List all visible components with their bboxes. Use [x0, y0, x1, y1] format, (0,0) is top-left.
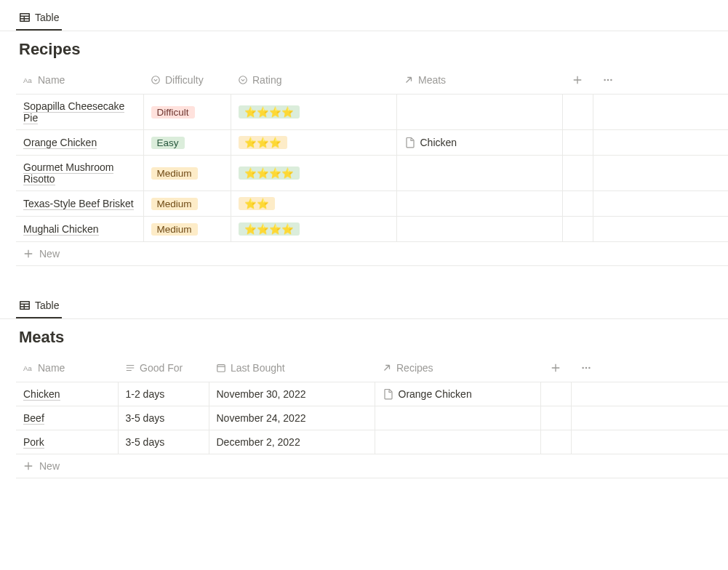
- svg-point-8: [582, 367, 583, 369]
- col-last-bought[interactable]: Last Bought: [209, 354, 375, 382]
- good-for-value[interactable]: 3-5 days: [126, 412, 165, 424]
- table-row[interactable]: Chicken 1-2 days November 30, 2022 Orang…: [16, 382, 728, 406]
- select-icon: [151, 75, 161, 85]
- table-row[interactable]: Mughali Chicken Medium ⭐⭐⭐⭐: [16, 217, 728, 242]
- table-icon: [19, 300, 31, 311]
- table-row[interactable]: Beef 3-5 days November 24, 2022: [16, 406, 728, 430]
- view-tab-table[interactable]: Table: [16, 7, 62, 31]
- table-icon: [19, 12, 31, 23]
- good-for-value[interactable]: 1-2 days: [126, 388, 165, 400]
- difficulty-tag[interactable]: Difficult: [151, 106, 195, 119]
- table-row[interactable]: Sopapilla Cheesecake Pie Difficult ⭐⭐⭐⭐: [16, 95, 728, 130]
- meat-name[interactable]: Beef: [23, 412, 44, 425]
- page-icon: [383, 388, 394, 400]
- recipes-cell[interactable]: Orange Chicken: [375, 382, 540, 406]
- meats-cell[interactable]: [396, 156, 562, 191]
- more-icon[interactable]: [578, 360, 594, 376]
- rating-tag[interactable]: ⭐⭐: [239, 197, 275, 210]
- table-row[interactable]: Pork 3-5 days December 2, 2022: [16, 430, 728, 454]
- meats-cell[interactable]: [396, 217, 562, 242]
- date-icon: [216, 363, 226, 373]
- recipe-name[interactable]: Mughali Chicken: [23, 223, 99, 236]
- relation-icon: [404, 75, 414, 85]
- table-row[interactable]: Gourmet Mushroom Risotto Medium ⭐⭐⭐⭐: [16, 156, 728, 191]
- svg-text:Aa: Aa: [23, 364, 32, 372]
- last-bought-value[interactable]: December 2, 2022: [217, 436, 300, 448]
- svg-point-2: [239, 76, 247, 84]
- new-row-meats[interactable]: New: [16, 454, 728, 478]
- table-row[interactable]: Orange Chicken Easy ⭐⭐⭐ Chicken: [16, 130, 728, 156]
- rating-tag[interactable]: ⭐⭐⭐: [239, 136, 287, 149]
- difficulty-tag[interactable]: Medium: [151, 167, 198, 180]
- svg-point-9: [585, 367, 587, 369]
- recipes-cell[interactable]: [375, 430, 540, 454]
- page-icon: [404, 137, 416, 148]
- plus-icon[interactable]: [548, 360, 564, 376]
- relation-label: Orange Chicken: [399, 388, 472, 400]
- new-row-recipes[interactable]: New: [16, 242, 728, 266]
- meats-table: Aa Name Good For Last Bought: [16, 354, 728, 454]
- view-tab-table-meats[interactable]: Table: [16, 295, 62, 318]
- col-name-m[interactable]: Aa Name: [16, 354, 118, 382]
- rating-tag[interactable]: ⭐⭐⭐⭐: [239, 105, 300, 119]
- recipe-name[interactable]: Gourmet Mushroom Risotto: [23, 161, 113, 185]
- svg-point-1: [152, 76, 160, 84]
- svg-text:Aa: Aa: [23, 76, 32, 84]
- difficulty-tag[interactable]: Medium: [151, 223, 198, 236]
- meats-cell[interactable]: Chicken: [396, 130, 562, 156]
- col-name[interactable]: Aa Name: [16, 66, 143, 95]
- recipe-name[interactable]: Texas-Style Beef Brisket: [23, 198, 134, 210]
- plus-icon[interactable]: [569, 72, 585, 88]
- meats-cell[interactable]: [396, 191, 562, 217]
- table-row[interactable]: Texas-Style Beef Brisket Medium ⭐⭐: [16, 191, 728, 217]
- svg-point-3: [604, 79, 605, 81]
- recipes-table: Aa Name Difficulty Rating: [16, 66, 728, 242]
- col-add-m[interactable]: [540, 354, 571, 382]
- svg-rect-7: [217, 365, 225, 372]
- view-tab-label: Table: [35, 300, 59, 311]
- svg-point-5: [610, 79, 612, 81]
- db-title-recipes[interactable]: Recipes: [0, 40, 728, 66]
- rating-tag[interactable]: ⭐⭐⭐⭐: [239, 222, 300, 236]
- col-add[interactable]: [562, 66, 593, 95]
- plus-icon: [23, 461, 33, 471]
- more-icon[interactable]: [600, 72, 616, 88]
- meats-cell[interactable]: [396, 95, 562, 130]
- plus-icon: [23, 249, 33, 259]
- meat-name[interactable]: Pork: [23, 436, 44, 449]
- title-icon: Aa: [23, 363, 33, 373]
- col-recipes-rel[interactable]: Recipes: [375, 354, 540, 382]
- col-good-for[interactable]: Good For: [118, 354, 209, 382]
- view-tab-label: Table: [35, 12, 59, 23]
- col-more[interactable]: [593, 66, 728, 95]
- meat-name[interactable]: Chicken: [23, 388, 60, 401]
- db-title-meats[interactable]: Meats: [0, 328, 728, 354]
- difficulty-tag[interactable]: Easy: [151, 137, 185, 149]
- relation-label: Chicken: [420, 137, 457, 148]
- text-icon: [125, 363, 135, 373]
- recipe-name[interactable]: Orange Chicken: [23, 137, 97, 149]
- difficulty-tag[interactable]: Medium: [151, 198, 198, 210]
- last-bought-value[interactable]: November 30, 2022: [217, 388, 306, 400]
- last-bought-value[interactable]: November 24, 2022: [217, 412, 306, 424]
- rating-tag[interactable]: ⭐⭐⭐⭐: [239, 166, 300, 180]
- good-for-value[interactable]: 3-5 days: [126, 436, 165, 448]
- select-icon: [238, 75, 248, 85]
- recipes-cell[interactable]: [375, 406, 540, 430]
- relation-icon: [382, 363, 392, 373]
- recipe-name[interactable]: Sopapilla Cheesecake Pie: [23, 100, 124, 124]
- col-difficulty[interactable]: Difficulty: [143, 66, 231, 95]
- col-more-m[interactable]: [571, 354, 728, 382]
- title-icon: Aa: [23, 75, 33, 85]
- col-rating[interactable]: Rating: [231, 66, 396, 95]
- svg-point-4: [607, 79, 609, 81]
- col-meats[interactable]: Meats: [396, 66, 562, 95]
- svg-point-10: [588, 367, 590, 369]
